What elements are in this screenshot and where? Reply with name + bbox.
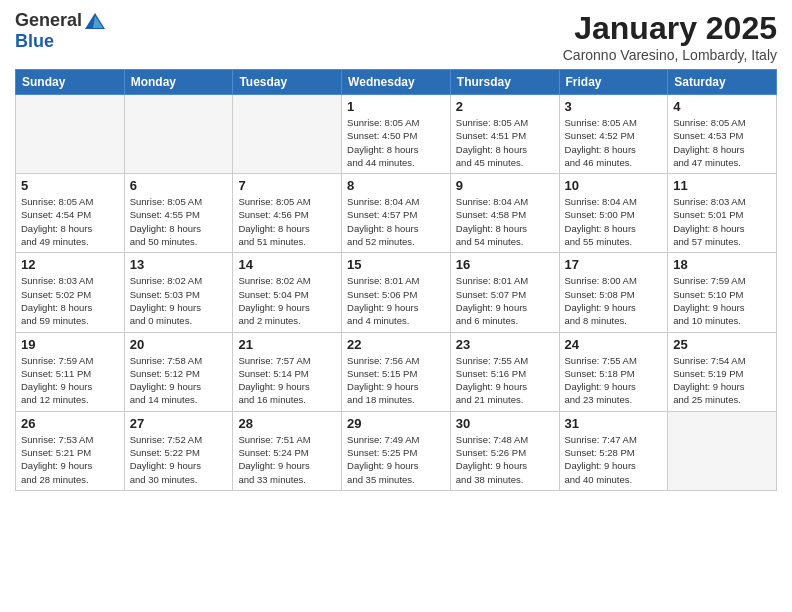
header-sunday: Sunday [16,70,125,95]
day-info: Sunrise: 8:04 AM Sunset: 5:00 PM Dayligh… [565,195,663,248]
calendar-cell: 7Sunrise: 8:05 AM Sunset: 4:56 PM Daylig… [233,174,342,253]
day-info: Sunrise: 8:00 AM Sunset: 5:08 PM Dayligh… [565,274,663,327]
day-number: 9 [456,178,554,193]
day-number: 21 [238,337,336,352]
day-info: Sunrise: 8:05 AM Sunset: 4:53 PM Dayligh… [673,116,771,169]
header: General Blue January 2025 Caronno Varesi… [15,10,777,63]
weekday-header-row: Sunday Monday Tuesday Wednesday Thursday… [16,70,777,95]
day-number: 12 [21,257,119,272]
logo-blue-text: Blue [15,31,54,51]
calendar-table: Sunday Monday Tuesday Wednesday Thursday… [15,69,777,491]
week-row-1: 1Sunrise: 8:05 AM Sunset: 4:50 PM Daylig… [16,95,777,174]
day-number: 1 [347,99,445,114]
calendar-cell: 21Sunrise: 7:57 AM Sunset: 5:14 PM Dayli… [233,332,342,411]
day-number: 22 [347,337,445,352]
day-info: Sunrise: 8:05 AM Sunset: 4:50 PM Dayligh… [347,116,445,169]
header-saturday: Saturday [668,70,777,95]
day-info: Sunrise: 7:54 AM Sunset: 5:19 PM Dayligh… [673,354,771,407]
day-number: 3 [565,99,663,114]
calendar-cell [16,95,125,174]
calendar-cell: 22Sunrise: 7:56 AM Sunset: 5:15 PM Dayli… [342,332,451,411]
day-number: 4 [673,99,771,114]
day-number: 25 [673,337,771,352]
week-row-2: 5Sunrise: 8:05 AM Sunset: 4:54 PM Daylig… [16,174,777,253]
day-info: Sunrise: 8:01 AM Sunset: 5:06 PM Dayligh… [347,274,445,327]
week-row-4: 19Sunrise: 7:59 AM Sunset: 5:11 PM Dayli… [16,332,777,411]
calendar-cell: 3Sunrise: 8:05 AM Sunset: 4:52 PM Daylig… [559,95,668,174]
day-info: Sunrise: 7:55 AM Sunset: 5:16 PM Dayligh… [456,354,554,407]
day-info: Sunrise: 8:03 AM Sunset: 5:01 PM Dayligh… [673,195,771,248]
calendar-cell: 4Sunrise: 8:05 AM Sunset: 4:53 PM Daylig… [668,95,777,174]
page-container: General Blue January 2025 Caronno Varesi… [0,0,792,501]
day-number: 19 [21,337,119,352]
day-info: Sunrise: 7:59 AM Sunset: 5:10 PM Dayligh… [673,274,771,327]
month-title: January 2025 [563,10,777,47]
calendar-cell: 17Sunrise: 8:00 AM Sunset: 5:08 PM Dayli… [559,253,668,332]
logo-icon [84,12,106,30]
day-number: 7 [238,178,336,193]
logo: General Blue [15,10,106,52]
week-row-3: 12Sunrise: 8:03 AM Sunset: 5:02 PM Dayli… [16,253,777,332]
header-friday: Friday [559,70,668,95]
day-number: 11 [673,178,771,193]
calendar-cell: 1Sunrise: 8:05 AM Sunset: 4:50 PM Daylig… [342,95,451,174]
calendar-cell: 9Sunrise: 8:04 AM Sunset: 4:58 PM Daylig… [450,174,559,253]
calendar-cell [233,95,342,174]
calendar-cell: 18Sunrise: 7:59 AM Sunset: 5:10 PM Dayli… [668,253,777,332]
day-number: 29 [347,416,445,431]
calendar-body: 1Sunrise: 8:05 AM Sunset: 4:50 PM Daylig… [16,95,777,491]
day-number: 16 [456,257,554,272]
calendar-cell: 2Sunrise: 8:05 AM Sunset: 4:51 PM Daylig… [450,95,559,174]
calendar-cell: 13Sunrise: 8:02 AM Sunset: 5:03 PM Dayli… [124,253,233,332]
day-info: Sunrise: 7:51 AM Sunset: 5:24 PM Dayligh… [238,433,336,486]
day-number: 17 [565,257,663,272]
day-number: 24 [565,337,663,352]
calendar-cell: 24Sunrise: 7:55 AM Sunset: 5:18 PM Dayli… [559,332,668,411]
logo-general-text: General [15,10,82,31]
calendar-cell: 14Sunrise: 8:02 AM Sunset: 5:04 PM Dayli… [233,253,342,332]
day-info: Sunrise: 8:02 AM Sunset: 5:04 PM Dayligh… [238,274,336,327]
day-info: Sunrise: 7:52 AM Sunset: 5:22 PM Dayligh… [130,433,228,486]
header-thursday: Thursday [450,70,559,95]
day-info: Sunrise: 8:05 AM Sunset: 4:55 PM Dayligh… [130,195,228,248]
calendar-cell: 12Sunrise: 8:03 AM Sunset: 5:02 PM Dayli… [16,253,125,332]
day-number: 14 [238,257,336,272]
calendar-cell: 11Sunrise: 8:03 AM Sunset: 5:01 PM Dayli… [668,174,777,253]
day-info: Sunrise: 7:47 AM Sunset: 5:28 PM Dayligh… [565,433,663,486]
day-number: 2 [456,99,554,114]
title-block: January 2025 Caronno Varesino, Lombardy,… [563,10,777,63]
day-number: 20 [130,337,228,352]
calendar-cell: 26Sunrise: 7:53 AM Sunset: 5:21 PM Dayli… [16,411,125,490]
day-number: 31 [565,416,663,431]
day-info: Sunrise: 7:49 AM Sunset: 5:25 PM Dayligh… [347,433,445,486]
day-info: Sunrise: 8:02 AM Sunset: 5:03 PM Dayligh… [130,274,228,327]
day-number: 30 [456,416,554,431]
day-number: 15 [347,257,445,272]
day-number: 28 [238,416,336,431]
calendar-cell [124,95,233,174]
calendar-cell: 29Sunrise: 7:49 AM Sunset: 5:25 PM Dayli… [342,411,451,490]
day-info: Sunrise: 7:56 AM Sunset: 5:15 PM Dayligh… [347,354,445,407]
day-info: Sunrise: 7:55 AM Sunset: 5:18 PM Dayligh… [565,354,663,407]
calendar-cell: 8Sunrise: 8:04 AM Sunset: 4:57 PM Daylig… [342,174,451,253]
day-info: Sunrise: 8:05 AM Sunset: 4:51 PM Dayligh… [456,116,554,169]
calendar-cell: 5Sunrise: 8:05 AM Sunset: 4:54 PM Daylig… [16,174,125,253]
day-number: 8 [347,178,445,193]
day-number: 23 [456,337,554,352]
day-number: 26 [21,416,119,431]
day-info: Sunrise: 7:53 AM Sunset: 5:21 PM Dayligh… [21,433,119,486]
day-info: Sunrise: 8:01 AM Sunset: 5:07 PM Dayligh… [456,274,554,327]
calendar-cell: 31Sunrise: 7:47 AM Sunset: 5:28 PM Dayli… [559,411,668,490]
day-info: Sunrise: 8:04 AM Sunset: 4:57 PM Dayligh… [347,195,445,248]
day-number: 6 [130,178,228,193]
day-info: Sunrise: 8:05 AM Sunset: 4:52 PM Dayligh… [565,116,663,169]
day-info: Sunrise: 8:03 AM Sunset: 5:02 PM Dayligh… [21,274,119,327]
header-monday: Monday [124,70,233,95]
calendar-cell [668,411,777,490]
calendar-cell: 27Sunrise: 7:52 AM Sunset: 5:22 PM Dayli… [124,411,233,490]
header-wednesday: Wednesday [342,70,451,95]
week-row-5: 26Sunrise: 7:53 AM Sunset: 5:21 PM Dayli… [16,411,777,490]
calendar-cell: 23Sunrise: 7:55 AM Sunset: 5:16 PM Dayli… [450,332,559,411]
day-number: 10 [565,178,663,193]
calendar-cell: 10Sunrise: 8:04 AM Sunset: 5:00 PM Dayli… [559,174,668,253]
